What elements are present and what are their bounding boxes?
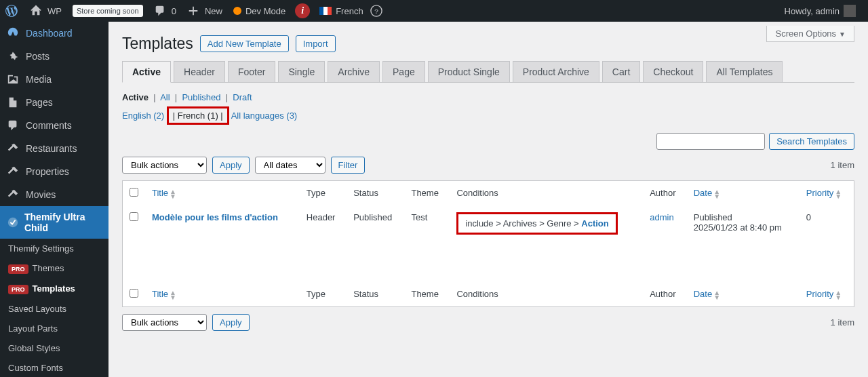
menu-dashboard[interactable]: Dashboard	[0, 22, 108, 45]
pin-icon	[7, 50, 20, 62]
tab-product-single[interactable]: Product Single	[428, 61, 510, 82]
dev-mode-label: Dev Mode	[245, 6, 285, 16]
col-theme-foot: Theme	[404, 282, 450, 306]
add-new-button[interactable]: Add New Template	[200, 35, 289, 52]
lang-french[interactable]: French (1)	[178, 111, 218, 121]
condition-link[interactable]: Action	[581, 218, 608, 229]
dev-mode[interactable]: Dev Mode	[228, 0, 291, 22]
tab-archive[interactable]: Archive	[328, 61, 380, 82]
site-name: WP	[47, 6, 62, 16]
tab-cart[interactable]: Cart	[602, 61, 640, 82]
submenu-themes[interactable]: PROThemes	[0, 258, 108, 279]
submenu-custom-fonts[interactable]: Custom Fonts	[0, 358, 108, 365]
sort-icon: ▲▼	[713, 290, 720, 300]
row-author-link[interactable]: admin	[650, 212, 673, 222]
search-input[interactable]	[656, 133, 765, 150]
col-priority[interactable]: Priority▲▼	[800, 181, 854, 205]
col-date[interactable]: Date▲▼	[687, 181, 800, 205]
admin-bar: WP Store coming soon 0 New Dev Mode i Fr…	[0, 0, 868, 22]
row-title-link[interactable]: Modèle pour les films d'action	[152, 212, 278, 222]
home-icon	[30, 5, 43, 17]
tab-all-templates[interactable]: All Templates	[706, 61, 783, 82]
col-author-foot: Author	[643, 282, 687, 306]
status-draft[interactable]: Draft	[233, 92, 252, 102]
row-theme: Test	[404, 205, 450, 241]
pin-icon	[7, 165, 20, 178]
new-content[interactable]: New	[182, 0, 228, 22]
media-icon	[7, 73, 20, 85]
lang-all[interactable]: All languages (3)	[231, 111, 298, 121]
bulk-apply-top[interactable]: Apply	[212, 157, 250, 174]
lang-english[interactable]: English (2)	[122, 111, 164, 121]
status-filter: Active | All | Published | Draft	[122, 92, 854, 102]
row-status: Published	[347, 205, 404, 241]
wp-logo[interactable]	[0, 0, 24, 22]
avatar-icon	[844, 5, 856, 17]
submenu-settings[interactable]: Themify Settings	[0, 239, 108, 258]
language-switch[interactable]: French?	[314, 0, 389, 22]
search-box: Search Templates	[122, 133, 854, 150]
tab-header[interactable]: Header	[174, 61, 225, 82]
menu-comments[interactable]: Comments	[0, 114, 108, 137]
sort-icon: ▲▼	[170, 189, 176, 199]
screen-options-toggle[interactable]: Screen Options▼	[766, 26, 854, 42]
menu-properties[interactable]: Properties	[0, 160, 108, 183]
comments-link[interactable]: 0	[149, 0, 182, 22]
select-all-top[interactable]	[130, 188, 138, 197]
bulk-action-select-top[interactable]: Bulk actions	[122, 157, 207, 174]
tab-single[interactable]: Single	[278, 61, 325, 82]
dashboard-icon	[7, 27, 20, 39]
tab-checkout[interactable]: Checkout	[643, 61, 703, 82]
tab-footer[interactable]: Footer	[228, 61, 275, 82]
menu-posts[interactable]: Posts	[0, 45, 108, 68]
site-home[interactable]: WP	[24, 0, 67, 22]
tab-active[interactable]: Active	[122, 61, 171, 83]
submenu-layout-parts[interactable]: Layout Parts	[0, 319, 108, 338]
col-title[interactable]: Title▲▼	[145, 181, 300, 205]
search-button[interactable]: Search Templates	[769, 133, 854, 150]
tablenav-bottom: Bulk actions Apply 1 item	[122, 314, 854, 331]
info-icon: i	[295, 3, 310, 18]
date-filter-select[interactable]: All dates	[255, 157, 326, 174]
tab-product-archive[interactable]: Product Archive	[513, 61, 599, 82]
col-date-foot[interactable]: Date▲▼	[687, 282, 800, 306]
plus-icon	[187, 5, 201, 17]
lang-label: French	[336, 6, 363, 16]
status-published[interactable]: Published	[182, 92, 220, 102]
store-notice[interactable]: Store coming soon	[67, 0, 149, 22]
col-title-foot[interactable]: Title▲▼	[145, 282, 300, 306]
account-link[interactable]: Howdy, admin	[779, 0, 861, 22]
comment-icon	[154, 5, 167, 17]
row-type: Header	[300, 205, 347, 241]
menu-movies[interactable]: Movies	[0, 183, 108, 206]
submenu-saved-layouts[interactable]: Saved Layouts	[0, 299, 108, 319]
menu-media[interactable]: Media	[0, 68, 108, 91]
import-button[interactable]: Import	[296, 35, 336, 52]
select-all-bottom[interactable]	[130, 289, 138, 298]
submenu-templates[interactable]: PROTemplates	[0, 279, 108, 299]
filter-button[interactable]: Filter	[331, 157, 366, 174]
status-active[interactable]: Active	[122, 92, 149, 102]
tab-page[interactable]: Page	[382, 61, 425, 82]
submenu-global-styles[interactable]: Global Styles	[0, 338, 108, 358]
menu-restaurants[interactable]: Restaurants	[0, 137, 108, 160]
pro-badge: PRO	[8, 285, 28, 294]
col-status-foot: Status	[347, 282, 404, 306]
lang-french-highlighted: | French (1) |	[167, 106, 229, 125]
themify-icon	[7, 216, 19, 229]
table-row: Modèle pour les films d'action Header Pu…	[123, 205, 854, 241]
menu-themify[interactable]: Themify Ultra Child	[0, 206, 108, 239]
orange-dot-icon	[233, 7, 241, 15]
col-conditions: Conditions	[450, 181, 643, 205]
status-all[interactable]: All	[160, 92, 170, 102]
col-type-foot: Type	[300, 282, 347, 306]
col-author: Author	[643, 181, 687, 205]
item-count-top: 1 item	[831, 160, 854, 170]
bulk-action-select-bottom[interactable]: Bulk actions	[122, 314, 207, 331]
info-item[interactable]: i	[291, 0, 314, 22]
new-label: New	[205, 6, 222, 16]
menu-pages[interactable]: Pages	[0, 91, 108, 114]
col-priority-foot[interactable]: Priority▲▼	[800, 282, 854, 306]
row-checkbox[interactable]	[130, 212, 138, 221]
bulk-apply-bottom[interactable]: Apply	[212, 314, 250, 331]
